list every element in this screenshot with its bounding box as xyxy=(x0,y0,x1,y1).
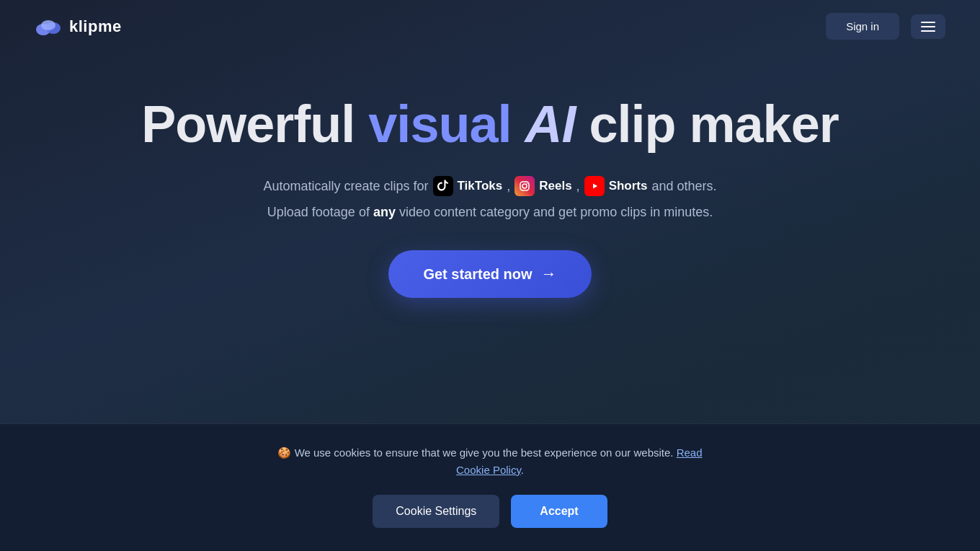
youtube-icon xyxy=(584,176,605,196)
cookie-text: 🍪 We use cookies to ensure that we give … xyxy=(267,444,713,479)
logo[interactable]: klipme xyxy=(35,17,122,37)
logo-icon xyxy=(35,17,62,37)
hero-title: Powerful visual AI clip maker xyxy=(141,96,838,153)
title-word-powerful: Powerful xyxy=(141,95,355,153)
instagram-badge: Reels xyxy=(514,176,571,196)
cookie-message: We use cookies to ensure that we give yo… xyxy=(295,446,674,459)
svg-point-2 xyxy=(41,20,55,30)
hero-section: Powerful visual AI clip maker Automatica… xyxy=(0,53,980,327)
cookie-link-suffix: . xyxy=(521,464,524,476)
svg-point-5 xyxy=(527,183,528,185)
comma1: , xyxy=(507,179,510,194)
cookie-settings-button[interactable]: Cookie Settings xyxy=(373,495,499,528)
hero-subtitle2: Upload footage of any video content cate… xyxy=(267,205,713,220)
nav-right: Sign in xyxy=(826,13,945,40)
cookie-banner: 🍪 We use cookies to ensure that we give … xyxy=(0,423,980,551)
subtitle-suffix: and others. xyxy=(651,179,716,194)
navbar: klipme Sign in xyxy=(0,0,980,53)
svg-point-4 xyxy=(522,184,527,188)
tiktok-icon xyxy=(433,176,453,196)
svg-rect-3 xyxy=(520,182,529,190)
hamburger-icon xyxy=(921,22,935,32)
accept-button[interactable]: Accept xyxy=(511,495,607,528)
subtitle-prefix: Automatically create clips for xyxy=(263,179,428,194)
title-word-ai: AI xyxy=(525,95,575,153)
cta-arrow-icon: → xyxy=(541,265,557,283)
tiktok-badge: TikToks xyxy=(433,176,503,196)
subtitle2-suffix: video content category and get promo cli… xyxy=(399,205,713,219)
tiktok-label: TikToks xyxy=(458,179,503,193)
instagram-label: Reels xyxy=(539,179,571,193)
cookie-buttons: Cookie Settings Accept xyxy=(373,495,607,528)
title-word-maker: maker xyxy=(690,95,839,153)
cookie-emoji: 🍪 xyxy=(277,446,291,459)
instagram-icon xyxy=(514,176,535,196)
youtube-label: Shorts xyxy=(609,179,648,193)
menu-button[interactable] xyxy=(911,14,945,39)
title-word-visual: visual xyxy=(368,95,511,153)
title-word-clip: clip xyxy=(589,95,675,153)
comma2: , xyxy=(576,179,580,194)
get-started-button[interactable]: Get started now → xyxy=(388,250,591,298)
sign-in-button[interactable]: Sign in xyxy=(826,13,899,40)
subtitle2-highlight: any xyxy=(373,205,396,219)
logo-text: klipme xyxy=(69,17,122,36)
youtube-badge: Shorts xyxy=(584,176,648,196)
subtitle2-prefix: Upload footage of xyxy=(267,205,370,219)
hero-subtitle: Automatically create clips for TikToks ,… xyxy=(263,176,716,196)
cta-label: Get started now xyxy=(423,266,532,283)
